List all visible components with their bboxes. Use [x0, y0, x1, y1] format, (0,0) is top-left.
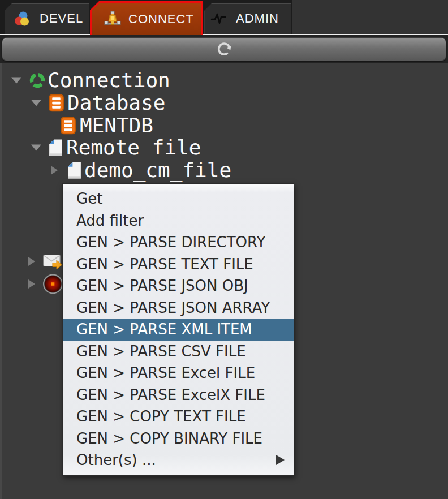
tree-row-demo-cm-file[interactable]: demo_cm_file: [0, 159, 448, 182]
menu-item-others-label: Other(s) ...: [76, 451, 156, 468]
refresh-button[interactable]: [2, 37, 446, 61]
menu-item-parse-json-obj[interactable]: GEN > PARSE JSON OBJ: [63, 275, 294, 297]
menu-item-parse-xml-item[interactable]: GEN > PARSE XML ITEM: [63, 319, 294, 341]
tab-admin-label: ADMIN: [236, 11, 279, 26]
tab-connect[interactable]: CONNECT: [90, 1, 203, 35]
tab-connect-label: CONNECT: [128, 12, 194, 27]
record-icon: [42, 274, 63, 295]
expander-down-icon[interactable]: [11, 78, 21, 84]
tab-devel-label: DEVEL: [40, 11, 83, 26]
mail-icon: [43, 253, 63, 270]
menu-item-add-filter[interactable]: Add filter: [63, 210, 294, 232]
palette-icon: [14, 10, 31, 27]
tab-devel[interactable]: DEVEL: [5, 3, 89, 34]
expander-down-icon[interactable]: [31, 100, 41, 106]
file-icon: [67, 162, 81, 179]
tree-row-connection[interactable]: Connection: [0, 69, 448, 92]
network-icon: [104, 11, 121, 28]
menu-item-parse-excelx-file[interactable]: GEN > PARSE ExcelX FILE: [63, 384, 294, 406]
tree-label: MENTDB: [80, 114, 153, 137]
app-window: DEVEL CONNECT: [0, 0, 448, 499]
context-menu: Get Add filter GEN > PARSE DIRECTORY GEN…: [62, 183, 294, 476]
menu-item-parse-excel-file[interactable]: GEN > PARSE Excel FILE: [63, 362, 294, 384]
tree-row-remote-file[interactable]: Remote file: [0, 136, 448, 159]
toolbar: [0, 35, 448, 63]
menu-item-parse-csv-file[interactable]: GEN > PARSE CSV FILE: [63, 341, 294, 363]
tree-label: Database: [67, 92, 165, 114]
tree-label: Connection: [48, 69, 170, 92]
menu-item-parse-directory[interactable]: GEN > PARSE DIRECTORY: [63, 231, 294, 253]
database-icon: [49, 94, 64, 112]
connection-icon: [28, 71, 46, 89]
tabbar-filler: [292, 0, 448, 34]
menu-item-parse-json-array[interactable]: GEN > PARSE JSON ARRAY: [63, 297, 294, 319]
refresh-icon: [215, 40, 233, 58]
menu-item-parse-text-file[interactable]: GEN > PARSE TEXT FILE: [63, 253, 294, 276]
pulse-icon: [210, 10, 227, 27]
file-icon: [49, 139, 63, 157]
expander-right-icon[interactable]: [28, 257, 35, 266]
tab-admin[interactable]: ADMIN: [204, 3, 291, 34]
tree-label: Remote file: [66, 136, 201, 159]
submenu-arrow-icon: [276, 455, 285, 465]
tree-label: demo_cm_file: [84, 159, 231, 182]
tab-bar: DEVEL CONNECT: [0, 0, 448, 35]
menu-item-copy-text-file[interactable]: GEN > COPY TEXT FILE: [63, 406, 294, 428]
expander-down-icon[interactable]: [31, 145, 41, 151]
menu-item-get[interactable]: Get: [63, 188, 294, 210]
expander-right-icon[interactable]: [28, 279, 35, 289]
database-icon: [61, 117, 76, 135]
tree-row-mentdb[interactable]: MENTDB: [0, 114, 448, 137]
tree-row-database[interactable]: Database: [0, 92, 448, 114]
menu-item-others[interactable]: Other(s) ...: [63, 449, 294, 471]
menu-item-copy-binary-file[interactable]: GEN > COPY BINARY FILE: [63, 428, 294, 450]
expander-right-icon[interactable]: [51, 166, 58, 175]
tab-connect-inner: CONNECT: [92, 3, 201, 35]
